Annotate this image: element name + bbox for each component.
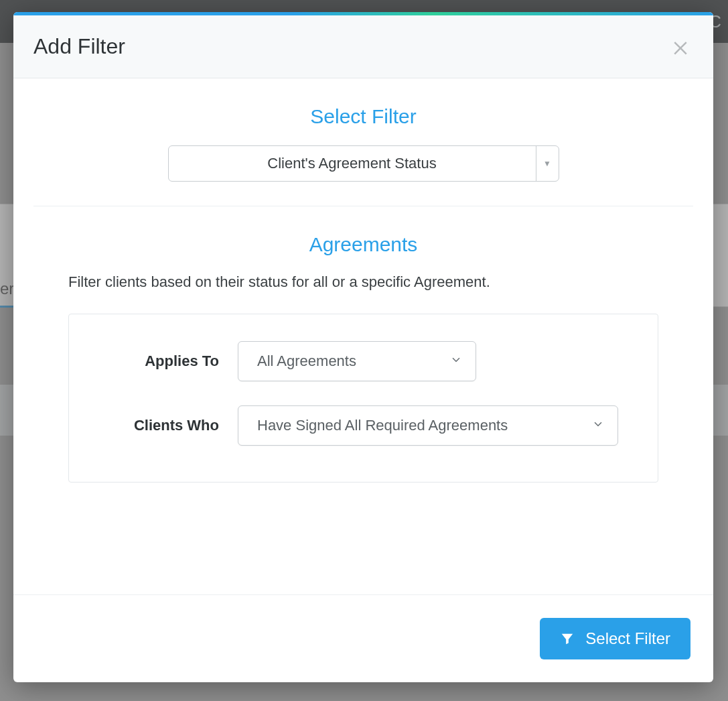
- applies-to-row: Applies To All Agreements: [88, 341, 639, 381]
- modal-footer: Select Filter: [13, 594, 713, 682]
- applies-to-label: Applies To: [88, 353, 238, 370]
- modal-header: Add Filter: [13, 15, 713, 78]
- applies-to-select[interactable]: All Agreements: [238, 341, 476, 381]
- agreements-description: Filter clients based on their status for…: [68, 273, 693, 291]
- select-filter-button[interactable]: Select Filter: [540, 618, 690, 659]
- clients-who-select[interactable]: Have Signed All Required Agreements: [238, 405, 618, 446]
- filter-icon: [560, 631, 575, 646]
- select-filter-heading: Select Filter: [33, 105, 693, 128]
- agreements-heading: Agreements: [33, 233, 693, 256]
- clients-who-row: Clients Who Have Signed All Required Agr…: [88, 405, 639, 446]
- select-filter-button-label: Select Filter: [585, 629, 670, 648]
- close-button[interactable]: [670, 37, 690, 57]
- clients-who-value: Have Signed All Required Agreements: [257, 417, 508, 434]
- clients-who-label: Clients Who: [88, 417, 238, 434]
- modal-title: Add Filter: [33, 34, 125, 59]
- close-icon: [670, 37, 690, 57]
- agreements-section: Agreements Filter clients based on their…: [33, 233, 693, 507]
- chevron-down-icon: ▼: [536, 146, 559, 181]
- select-filter-section: Select Filter Client's Agreement Status …: [33, 105, 693, 206]
- chevron-down-icon: [592, 417, 604, 434]
- filter-type-value: Client's Agreement Status: [169, 146, 536, 181]
- applies-to-value: All Agreements: [257, 353, 356, 370]
- add-filter-modal: Add Filter Select Filter Client's Agreem…: [13, 12, 713, 682]
- modal-body: Select Filter Client's Agreement Status …: [13, 78, 713, 594]
- chevron-down-icon: [450, 353, 462, 370]
- filter-type-select[interactable]: Client's Agreement Status ▼: [168, 145, 559, 182]
- agreements-form: Applies To All Agreements Clients Who: [68, 314, 658, 483]
